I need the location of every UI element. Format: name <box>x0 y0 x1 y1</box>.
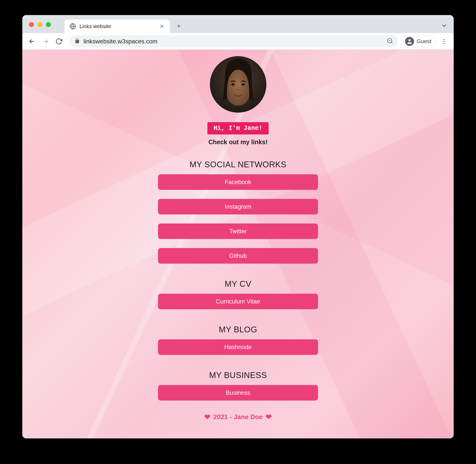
browser-tab[interactable]: Links website ✕ <box>64 20 170 33</box>
back-button[interactable] <box>26 36 37 47</box>
footer: ❤ 2021 - Jane Doe ❤ <box>22 413 454 421</box>
svg-point-7 <box>231 83 235 86</box>
window-minimize-button[interactable] <box>37 22 42 27</box>
profile-block: Hi, I'm Jane! Check out my links! <box>22 56 454 146</box>
heart-icon: ❤ <box>204 413 210 421</box>
svg-point-2 <box>409 39 411 41</box>
svg-point-4 <box>444 41 445 42</box>
sections: MY SOCIAL NETWORKSFacebookInstagramTwitt… <box>22 160 454 410</box>
avatar <box>210 56 266 113</box>
greeting-badge: Hi, I'm Jane! <box>207 122 268 134</box>
browser-titlebar: Links website ✕ + <box>22 15 454 33</box>
user-icon <box>405 37 414 46</box>
browser-toolbar: linkswebsite.w3spaces.com Guest <box>22 33 454 50</box>
window-close-button[interactable] <box>29 22 34 27</box>
link-button-curriculum-vitae[interactable]: Curriculum Vitae <box>158 294 318 309</box>
section-title: MY BUSINESS <box>209 370 267 380</box>
section-title: MY SOCIAL NETWORKS <box>190 160 287 169</box>
link-button-github[interactable]: Github <box>158 248 318 264</box>
subtitle: Check out my links! <box>208 138 268 146</box>
svg-point-5 <box>444 43 445 44</box>
url-text: linkswebsite.w3spaces.com <box>84 38 383 45</box>
svg-point-3 <box>444 39 445 40</box>
kebab-menu-icon[interactable] <box>439 36 450 47</box>
new-tab-button[interactable]: + <box>173 21 184 32</box>
close-icon[interactable]: ✕ <box>159 23 165 29</box>
tab-title: Links website <box>80 23 155 29</box>
link-button-hashnode[interactable]: Hashnode <box>158 339 318 355</box>
zoom-icon[interactable] <box>387 38 393 45</box>
link-button-twitter[interactable]: Twitter <box>158 223 318 239</box>
forward-button[interactable] <box>40 36 51 47</box>
reload-button[interactable] <box>53 36 64 47</box>
address-bar[interactable]: linkswebsite.w3spaces.com <box>69 35 398 47</box>
chevron-down-icon[interactable] <box>441 22 448 30</box>
svg-point-8 <box>242 83 245 86</box>
window-controls <box>29 22 51 27</box>
browser-window: Links website ✕ + <box>22 15 454 438</box>
lock-icon <box>74 38 80 45</box>
globe-icon <box>69 23 76 30</box>
page-content: Hi, I'm Jane! Check out my links! MY SOC… <box>22 50 454 438</box>
section-title: MY BLOG <box>219 325 257 334</box>
footer-text: 2021 - Jane Doe <box>213 413 263 421</box>
link-button-facebook[interactable]: Facebook <box>158 174 318 190</box>
section-title: MY CV <box>225 279 251 289</box>
profile-chip[interactable]: Guest <box>403 36 436 47</box>
profile-label: Guest <box>417 38 431 45</box>
heart-icon: ❤ <box>266 413 272 421</box>
link-button-business[interactable]: Business <box>158 385 318 401</box>
window-maximize-button[interactable] <box>46 22 51 27</box>
link-button-instagram[interactable]: Instagram <box>158 199 318 214</box>
